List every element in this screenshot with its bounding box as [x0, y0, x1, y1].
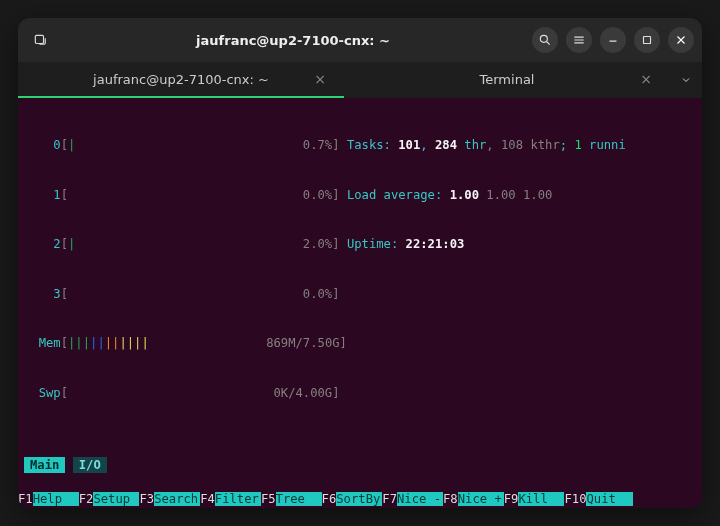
- mem-meter: Mem[||||||||||| 869M/7.50G]: [24, 335, 696, 352]
- minimize-button[interactable]: [600, 27, 626, 53]
- tab-bar: jaufranc@up2-7100-cnx: ~ × Terminal ×: [18, 62, 702, 98]
- cpu-meter-0: 0[| 0.7%] Tasks: 101, 284 thr, 108 kthr;…: [24, 137, 696, 154]
- menu-button[interactable]: [566, 27, 592, 53]
- tabs-dropdown[interactable]: [670, 62, 702, 98]
- close-button[interactable]: [668, 27, 694, 53]
- footer-kill[interactable]: Kill: [518, 492, 564, 506]
- maximize-icon: [640, 33, 654, 47]
- chevron-down-icon: [680, 74, 692, 86]
- maximize-button[interactable]: [634, 27, 660, 53]
- search-icon: [538, 33, 552, 47]
- footer-filter[interactable]: Filter: [215, 492, 261, 506]
- footer-help[interactable]: Help: [33, 492, 79, 506]
- hamburger-icon: [572, 33, 586, 47]
- htop-footer: F1Help F2Setup F3SearchF4FilterF5Tree F6…: [18, 490, 702, 508]
- htop-tab-main[interactable]: Main: [24, 457, 65, 474]
- new-tab-icon: [33, 33, 47, 47]
- window-title: jaufranc@up2-7100-cnx: ~: [60, 33, 526, 48]
- footer-quit[interactable]: Quit: [586, 492, 632, 506]
- footer-tree[interactable]: Tree: [276, 492, 322, 506]
- svg-rect-2: [644, 37, 651, 44]
- tab-label: jaufranc@up2-7100-cnx: ~: [93, 72, 269, 87]
- htop-tab-io[interactable]: I/O: [73, 457, 107, 474]
- terminal-content[interactable]: 0[| 0.7%] Tasks: 101, 284 thr, 108 kthr;…: [18, 98, 702, 490]
- footer-setup[interactable]: Setup: [93, 492, 139, 506]
- tab-label: Terminal: [480, 72, 535, 87]
- tab-terminal-1[interactable]: jaufranc@up2-7100-cnx: ~ ×: [18, 62, 344, 98]
- footer-nice-minus[interactable]: Nice -: [397, 492, 443, 506]
- svg-rect-0: [35, 35, 43, 43]
- close-icon: [674, 33, 688, 47]
- terminal-window: jaufranc@up2-7100-cnx: ~ jaufranc@up2-71…: [18, 18, 702, 508]
- tab-close-icon[interactable]: ×: [314, 71, 326, 87]
- footer-nice-plus[interactable]: Nice +: [458, 492, 504, 506]
- htop-tabs: Main I/O: [24, 457, 696, 474]
- cpu-meter-2: 2[| 2.0%] Uptime: 22:21:03: [24, 236, 696, 253]
- tab-close-icon[interactable]: ×: [640, 71, 652, 87]
- footer-sortby[interactable]: SortBy: [336, 492, 382, 506]
- svg-point-1: [540, 35, 547, 42]
- footer-search[interactable]: Search: [154, 492, 200, 506]
- swap-meter: Swp[ 0K/4.00G]: [24, 385, 696, 402]
- search-button[interactable]: [532, 27, 558, 53]
- titlebar: jaufranc@up2-7100-cnx: ~: [18, 18, 702, 62]
- tab-terminal-2[interactable]: Terminal ×: [344, 62, 670, 98]
- cpu-meter-3: 3[ 0.0%]: [24, 286, 696, 303]
- minimize-icon: [606, 33, 620, 47]
- new-tab-button[interactable]: [26, 26, 54, 54]
- cpu-meter-1: 1[ 0.0%] Load average: 1.00 1.00 1.00: [24, 187, 696, 204]
